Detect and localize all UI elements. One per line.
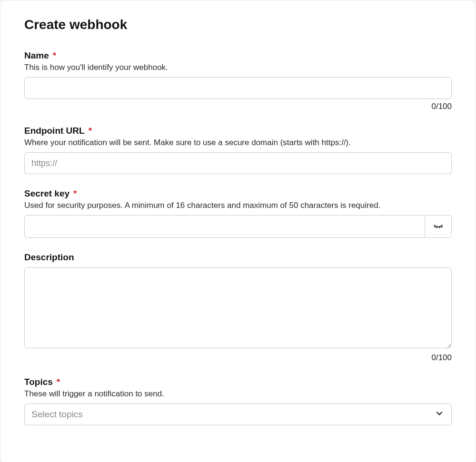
topics-select[interactable]: Select topics [24, 403, 452, 425]
topics-label: Topics [24, 377, 53, 387]
endpoint-field-group: Endpoint URL * Where your notification w… [24, 126, 452, 174]
secret-key-input[interactable] [25, 216, 425, 237]
endpoint-label: Endpoint URL [24, 126, 85, 136]
name-input[interactable] [24, 77, 452, 99]
eye-closed-icon [433, 221, 444, 233]
secret-label: Secret key [24, 188, 69, 199]
endpoint-url-input[interactable] [24, 152, 452, 174]
create-webhook-card: Create webhook Name * This is how you'll… [0, 0, 476, 462]
toggle-visibility-button[interactable] [425, 216, 451, 237]
name-field-group: Name * This is how you'll identify your … [24, 50, 452, 111]
topics-select-wrapper: Select topics [24, 403, 452, 425]
required-asterisk-icon: * [57, 377, 60, 386]
page-title: Create webhook [24, 17, 452, 32]
svg-line-2 [439, 226, 440, 227]
topics-help-text: These will trigger a notification to sen… [24, 389, 452, 399]
secret-help-text: Used for security purposes. A minimum of… [24, 201, 452, 210]
spacer [24, 263, 452, 267]
secret-label-row: Secret key * [24, 188, 452, 199]
topics-field-group: Topics * These will trigger a notificati… [24, 377, 452, 425]
secret-field-group: Secret key * Used for security purposes.… [24, 188, 452, 238]
required-asterisk-icon: * [73, 189, 77, 198]
topics-label-row: Topics * [24, 377, 452, 387]
description-char-counter: 0/100 [24, 353, 452, 363]
name-label-row: Name * [24, 50, 452, 61]
endpoint-label-row: Endpoint URL * [24, 126, 452, 136]
description-textarea[interactable] [24, 267, 452, 348]
name-label: Name [24, 50, 49, 61]
secret-input-wrapper [24, 215, 452, 238]
endpoint-help-text: Where your notification will be sent. Ma… [24, 138, 452, 147]
description-field-group: Description 0/100 [24, 252, 452, 363]
svg-line-1 [436, 226, 437, 227]
name-help-text: This is how you'll identify your webhook… [24, 63, 452, 72]
svg-line-3 [441, 226, 442, 227]
description-label-row: Description [24, 252, 452, 263]
svg-line-0 [434, 226, 435, 227]
name-char-counter: 0/100 [24, 102, 452, 111]
required-asterisk-icon: * [89, 126, 92, 135]
required-asterisk-icon: * [53, 51, 56, 60]
description-label: Description [24, 252, 74, 263]
